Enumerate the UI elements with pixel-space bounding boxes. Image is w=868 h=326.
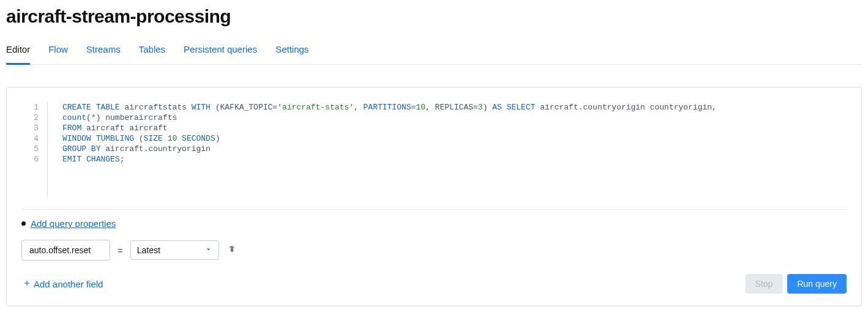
code-token: ) (215, 134, 220, 143)
tab-flow[interactable]: Flow (48, 44, 68, 65)
code-token: ; (120, 155, 125, 164)
run-query-button[interactable]: Run query (787, 274, 847, 294)
tab-settings[interactable]: Settings (275, 44, 309, 65)
code-token: SELECT (507, 103, 536, 112)
select-value: Latest (137, 245, 160, 255)
action-buttons: Stop Run query (746, 274, 847, 294)
editor-footer: Add another field Stop Run query (21, 274, 847, 294)
code-token: CREATE (62, 103, 91, 112)
code-token: aircraft aircraft (81, 124, 167, 133)
line-number: 3 (21, 123, 39, 133)
code-token: 'aircraft-stats' (277, 103, 354, 112)
code-token (91, 103, 96, 112)
code-token (163, 134, 168, 143)
code-token (502, 103, 507, 112)
query-property-row: = Latest (21, 240, 847, 261)
bullet-icon (21, 221, 26, 226)
code-token: ) (483, 103, 493, 112)
code-editor[interactable]: 1 2 3 4 5 6 CREATE TABLE aircraftstats W… (21, 102, 847, 197)
tab-persistent-queries[interactable]: Persistent queries (184, 44, 257, 65)
plus-icon (23, 279, 31, 289)
code-token: 3 (478, 103, 483, 112)
code-token: ( (134, 134, 144, 143)
tab-bar: Editor Flow Streams Tables Persistent qu… (6, 44, 862, 65)
code-token: EMIT (62, 155, 81, 164)
property-value-select[interactable]: Latest (130, 240, 219, 260)
line-number: 6 (21, 154, 39, 165)
code-token: PARTITIONS (364, 103, 411, 112)
code-token: WITH (192, 103, 211, 112)
tab-streams[interactable]: Streams (86, 44, 121, 65)
code-token: ) numberaircrafts (96, 113, 178, 122)
code-token: , (354, 103, 364, 112)
code-token: FROM (62, 124, 81, 133)
code-token: * (91, 113, 96, 122)
code-token: TUMBLING (96, 134, 134, 143)
code-token: 10 (168, 134, 178, 143)
add-query-properties-link[interactable]: Add query properties (31, 218, 116, 229)
code-token (91, 134, 96, 143)
add-another-field-button[interactable]: Add another field (23, 279, 103, 289)
code-token: aircraft.countryorigin countryorigin, (535, 103, 716, 112)
property-key-input[interactable] (21, 240, 110, 261)
code-content[interactable]: CREATE TABLE aircraftstats WITH (KAFKA_T… (47, 102, 847, 197)
code-token: aircraft.countryorigin (100, 144, 210, 154)
line-number: 1 (21, 102, 39, 113)
equals-label: = (118, 245, 123, 256)
code-token: AS (492, 103, 502, 112)
line-gutter: 1 2 3 4 5 6 (21, 102, 47, 197)
code-token: WINDOW (62, 134, 91, 143)
code-token: SIZE (144, 134, 163, 143)
code-token: , REPLICAS= (425, 103, 478, 112)
chevron-down-icon (204, 245, 212, 255)
code-token: GROUP (62, 144, 86, 154)
stop-button[interactable]: Stop (746, 274, 783, 294)
divider (21, 209, 847, 210)
code-token: BY (91, 144, 101, 154)
code-token: CHANGES (86, 155, 120, 164)
line-number: 2 (21, 113, 39, 123)
code-token: TABLE (96, 103, 120, 112)
delete-property-button[interactable] (226, 245, 238, 256)
add-query-properties-row: Add query properties (21, 218, 847, 229)
code-token (177, 134, 182, 143)
code-token: count (62, 113, 86, 122)
code-token: aircraftstats (120, 103, 192, 112)
code-token: SECONDS (182, 134, 215, 143)
code-token: 10 (416, 103, 425, 112)
code-token (81, 155, 86, 164)
tab-editor[interactable]: Editor (6, 44, 30, 65)
tab-tables[interactable]: Tables (139, 44, 165, 65)
editor-panel: 1 2 3 4 5 6 CREATE TABLE aircraftstats W… (6, 87, 862, 306)
code-token: (KAFKA_TOPIC= (211, 103, 277, 112)
code-token (86, 144, 91, 154)
add-another-field-label: Add another field (34, 279, 103, 289)
page-title: aircraft-stream-processing (6, 6, 862, 27)
line-number: 4 (21, 133, 39, 144)
code-token: ( (86, 113, 91, 122)
trash-icon (228, 245, 236, 256)
line-number: 5 (21, 144, 39, 154)
